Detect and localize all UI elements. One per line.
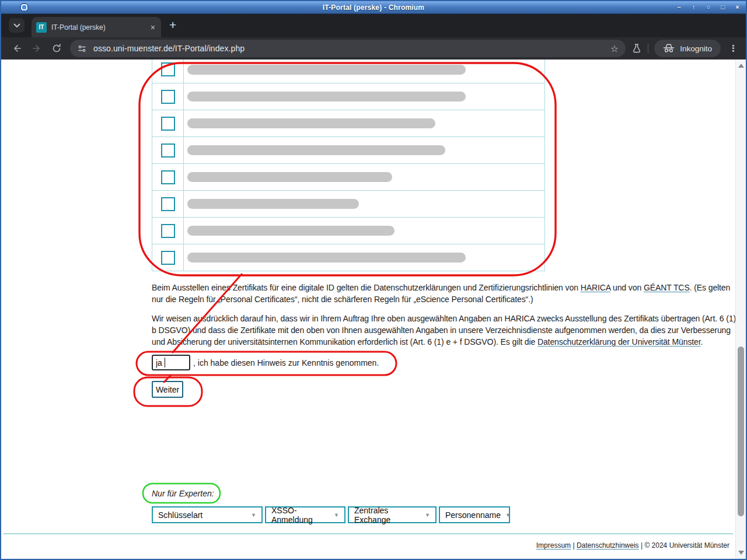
- table-row: [152, 60, 544, 83]
- label-cell: [184, 191, 544, 217]
- expert-dropdown[interactable]: XSSO-Anmeldung▼: [265, 506, 345, 523]
- incognito-badge: Inkognito: [654, 40, 721, 57]
- window-title: IT-Portal (perske) - Chromium: [1, 4, 746, 12]
- tab-strip: IT IT-Portal (perske) × +: [1, 14, 746, 37]
- consent-input[interactable]: [152, 355, 190, 370]
- back-button[interactable]: [7, 43, 27, 54]
- row-checkbox[interactable]: [161, 197, 175, 211]
- table-row: [152, 136, 544, 163]
- dropdown-label: XSSO-Anmeldung: [271, 506, 329, 524]
- close-icon[interactable]: ×: [734, 4, 741, 10]
- dropdown-label: Zentrales Exchange: [354, 506, 420, 524]
- label-cell: [184, 83, 544, 110]
- paragraph-text: und von: [610, 283, 644, 292]
- expert-dropdown[interactable]: Zentrales Exchange▼: [348, 506, 437, 523]
- dropdown-label: Personenname: [445, 510, 501, 520]
- text-caret: [165, 358, 165, 368]
- dropdown-arrow-icon: ▼: [251, 512, 256, 518]
- dropdown-arrow-icon: ▼: [334, 512, 339, 518]
- checkbox-cell: [152, 137, 184, 163]
- row-checkbox[interactable]: [161, 62, 175, 76]
- table-row: [152, 244, 544, 271]
- footer-separator: |: [573, 541, 574, 550]
- row-checkbox[interactable]: [161, 144, 175, 158]
- checkbox-cell: [152, 83, 184, 110]
- tab-search-button[interactable]: [9, 18, 25, 33]
- browser-window: IT-Portal (perske) - Chromium – ↑ ○ □ × …: [0, 0, 747, 560]
- link-geant-tcs[interactable]: GÉANT TCS: [644, 283, 690, 292]
- experts-label: Nur für Experten:: [152, 489, 214, 498]
- paragraph-text: .: [701, 337, 703, 346]
- link-impressum[interactable]: Impressum: [536, 541, 571, 550]
- checkbox-cell: [152, 60, 184, 83]
- forward-button[interactable]: [27, 43, 47, 54]
- redacted-text-bar: [187, 118, 435, 128]
- table-row: [152, 110, 544, 136]
- new-tab-button[interactable]: +: [169, 19, 176, 31]
- consent-label: , ich habe diesen Hinweis zur Kenntnis g…: [193, 358, 379, 368]
- reload-icon: [51, 43, 62, 54]
- row-checkbox[interactable]: [161, 251, 175, 265]
- checkbox-cell: [152, 164, 184, 190]
- minimize-icon[interactable]: –: [675, 4, 683, 10]
- table-row: [152, 83, 544, 110]
- page-content: Beim Ausstellen eines Zertifikats für ei…: [1, 60, 746, 559]
- bookmark-star-icon[interactable]: ☆: [610, 43, 619, 54]
- reload-button[interactable]: [47, 43, 67, 54]
- row-checkbox[interactable]: [161, 170, 175, 184]
- link-harica[interactable]: HARICA: [581, 283, 611, 292]
- redacted-text-bar: [187, 92, 466, 102]
- experiments-flask-icon[interactable]: [631, 43, 642, 54]
- redacted-text-bar: [187, 172, 392, 182]
- label-cell: [184, 137, 544, 163]
- tab-it-portal[interactable]: IT IT-Portal (perske) ×: [32, 17, 161, 37]
- url-text[interactable]: osso.uni-muenster.de/IT-Portal/index.php: [93, 44, 604, 53]
- label-cell: [184, 218, 544, 244]
- site-settings-icon[interactable]: [77, 44, 87, 54]
- checkbox-cell: [152, 110, 184, 136]
- expert-dropdown[interactable]: Personenname▼: [439, 506, 510, 523]
- redacted-text-bar: [187, 145, 445, 155]
- menu-kebab-icon[interactable]: ⋮: [727, 43, 740, 54]
- maximize-icon[interactable]: □: [719, 4, 727, 10]
- expert-dropdown[interactable]: Schlüsselart▼: [152, 506, 263, 523]
- redacted-text-bar: [187, 253, 466, 262]
- chevron-down-icon: [13, 23, 20, 28]
- weiter-button[interactable]: Weiter: [152, 381, 183, 398]
- vertical-scrollbar[interactable]: [735, 60, 746, 559]
- tab-title: IT-Portal (perske): [51, 23, 146, 32]
- footer-separator: |: [641, 541, 643, 550]
- url-bar[interactable]: osso.uni-muenster.de/IT-Portal/index.php…: [70, 40, 626, 57]
- window-titlebar: IT-Portal (perske) - Chromium – ↑ ○ □ ×: [1, 1, 746, 14]
- link-datenschutzerklaerung[interactable]: Datenschutzerklärung der Universität Mün…: [537, 337, 701, 346]
- dropdown-arrow-icon: ▼: [505, 512, 511, 518]
- sticky-icon[interactable]: ○: [704, 4, 712, 10]
- scrollbar-thumb[interactable]: [738, 346, 744, 516]
- scroll-down-arrow-icon[interactable]: [738, 551, 744, 555]
- tab-close-icon[interactable]: ×: [151, 23, 155, 32]
- redacted-text-bar: [187, 199, 359, 209]
- paragraph-dsgvo: Wir weisen ausdrücklich darauf hin, dass…: [152, 313, 736, 348]
- label-cell: [184, 60, 544, 83]
- window-controls: – ↑ ○ □ ×: [675, 4, 746, 10]
- redacted-table: [152, 60, 545, 271]
- toolbar-divider: [648, 44, 648, 53]
- privacy-text-block: Beim Ausstellen eines Zertifikats für ei…: [152, 282, 736, 348]
- shade-icon[interactable]: ↑: [690, 4, 697, 10]
- incognito-icon: [663, 44, 675, 53]
- paragraph-certificates: Beim Ausstellen eines Zertifikats für ei…: [152, 282, 736, 305]
- row-checkbox[interactable]: [161, 117, 175, 131]
- toolbar-right: Inkognito ⋮: [629, 40, 740, 57]
- row-checkbox[interactable]: [161, 90, 175, 104]
- table-row: [152, 190, 544, 217]
- expert-dropdown-row: Schlüsselart▼XSSO-Anmeldung▼Zentrales Ex…: [152, 506, 510, 523]
- incognito-label: Inkognito: [680, 44, 712, 53]
- table-row: [152, 163, 544, 190]
- forward-arrow-icon: [32, 43, 42, 54]
- link-datenschutzhinweis[interactable]: Datenschutzhinweis: [577, 541, 639, 550]
- row-checkbox[interactable]: [161, 224, 175, 238]
- scroll-up-arrow-icon[interactable]: [738, 64, 744, 68]
- consent-row: , ich habe diesen Hinweis zur Kenntnis g…: [152, 355, 379, 370]
- dropdown-arrow-icon: ▼: [425, 512, 430, 518]
- paragraph-text: Beim Ausstellen eines Zertifikats für ei…: [152, 283, 581, 292]
